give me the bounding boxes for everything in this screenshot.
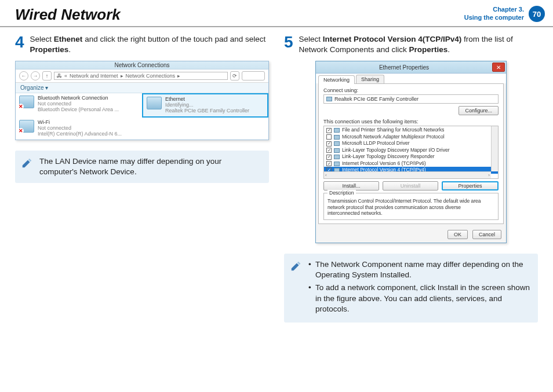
note-text: The LAN Device name may differ depending… <box>39 156 261 177</box>
component-icon <box>334 148 340 153</box>
breadcrumb-part[interactable]: Network Connections <box>126 73 176 79</box>
step-5: 5 Select Internet Protocol Version 4(TCP… <box>284 34 538 55</box>
nc-item-wifi[interactable]: Wi-Fi Not connected Intel(R) Centrino(R)… <box>16 118 142 140</box>
breadcrumb-part[interactable]: Network and Internet <box>70 73 118 79</box>
nc-item-device: Intel(R) Centrino(R) Advanced-N 6... <box>38 131 122 137</box>
note-box-left: The LAN Device name may differ depending… <box>15 151 269 183</box>
ep-titlebar: Ethernet Properties ✕ <box>316 61 506 74</box>
checkbox[interactable]: ✓ <box>326 155 332 160</box>
left-column: 4 Select Ethenet and click the right but… <box>15 34 269 323</box>
nc-body: Bluetooth Network Connection Not connect… <box>16 93 268 118</box>
search-button[interactable] <box>242 71 265 80</box>
page-title: Wired Network <box>15 6 121 24</box>
network-adapter-icon <box>147 97 162 109</box>
component-row[interactable]: ✓Link-Layer Topology Discovery Responder <box>324 153 498 160</box>
page-number-badge: 70 <box>529 6 545 22</box>
note-content: The Network Component name may differ de… <box>308 259 530 317</box>
dialog-title: Ethernet Properties <box>316 64 492 71</box>
nc-nav: ← → ↑ 🖧 « Network and Internet ▸ Network… <box>16 69 268 83</box>
checkbox[interactable]: ✓ <box>326 161 332 166</box>
nc-item-device: Realtek PCIe GBE Family Controller <box>165 108 249 114</box>
adapter-name: Realtek PCIe GBE Family Controller <box>334 96 419 102</box>
note-item: To add a network component, click Instal… <box>308 283 530 314</box>
breadcrumb-sep: « <box>64 73 67 79</box>
tab-networking[interactable]: Networking <box>318 75 355 84</box>
tab-sharing[interactable]: Sharing <box>356 75 384 83</box>
component-label: Microsoft LLDP Protocol Driver <box>342 140 410 146</box>
organize-menu[interactable]: Organize ▾ <box>20 85 48 91</box>
component-row[interactable]: ✓Link-Layer Topology Discovery Mapper I/… <box>324 147 498 153</box>
step-4: 4 Select Ethenet and click the right but… <box>15 34 269 55</box>
component-row[interactable]: ✓Microsoft LLDP Protocol Driver <box>324 140 498 146</box>
adapter-field: Realtek PCIe GBE Family Controller <box>323 94 499 104</box>
forward-button[interactable]: → <box>31 71 40 80</box>
uninstall-button[interactable]: Uninstall <box>383 181 438 190</box>
checkbox[interactable]: ✓ <box>326 128 332 133</box>
items-label: This connection uses the following items… <box>323 119 499 124</box>
component-row[interactable]: Microsoft Network Adapter Multiplexor Pr… <box>324 134 498 140</box>
network-adapter-icon <box>19 120 34 133</box>
component-icon <box>334 141 340 146</box>
description-text: Transmission Control Protocol/Internet P… <box>328 198 494 216</box>
component-row[interactable]: ✓Internet Protocol Version 6 (TCP/IPv6) <box>324 160 498 167</box>
nc-item-bluetooth[interactable]: Bluetooth Network Connection Not connect… <box>16 93 142 118</box>
cancel-button[interactable]: Cancel <box>472 230 501 239</box>
nc-toolbar: Organize ▾ <box>16 83 268 93</box>
pencil-note-icon <box>290 259 303 272</box>
chapter-line-2: Using the computer <box>464 14 524 22</box>
up-button[interactable]: ↑ <box>42 71 52 80</box>
network-connections-window: Network Connections ← → ↑ 🖧 « Network an… <box>15 61 269 140</box>
note-box-right: The Network Component name may differ de… <box>284 254 538 323</box>
step-number: 4 <box>15 34 24 55</box>
connect-using-label: Connect using: <box>323 87 499 93</box>
note-item: The Network Component name may differ de… <box>308 259 530 280</box>
nc-item-device: Bluetooth Device (Personal Area ... <box>38 107 119 113</box>
ok-button[interactable]: OK <box>448 230 468 239</box>
horizontal-scrollbar[interactable]: ‹› <box>324 171 491 178</box>
breadcrumb-icon: 🖧 <box>57 73 62 79</box>
adapter-icon <box>326 97 332 101</box>
ep-panel: Connect using: Realtek PCIe GBE Family C… <box>318 83 504 224</box>
components-list[interactable]: ✓File and Printer Sharing for Microsoft … <box>323 126 499 179</box>
right-column: 5 Select Internet Protocol Version 4(TCP… <box>284 34 538 323</box>
component-label: File and Printer Sharing for Microsoft N… <box>342 127 444 133</box>
component-label: Internet Protocol Version 6 (TCP/IPv6) <box>342 160 426 167</box>
step-number: 5 <box>284 34 293 55</box>
step-text: Select Ethenet and click the right butto… <box>30 34 269 55</box>
checkbox[interactable]: ✓ <box>326 141 332 146</box>
chapter-line-1: Chapter 3. <box>464 6 524 14</box>
component-icon <box>334 135 340 140</box>
back-button[interactable]: ← <box>19 71 28 80</box>
checkbox[interactable] <box>326 134 332 140</box>
network-adapter-icon <box>19 96 34 108</box>
nc-item-ethernet[interactable]: Ethernet Identifying... Realtek PCIe GBE… <box>142 93 268 118</box>
nc-titlebar: Network Connections <box>16 61 268 69</box>
ep-tabs: Networking Sharing <box>316 74 506 83</box>
vertical-scrollbar[interactable] <box>491 126 498 171</box>
step-text: Select Internet Protocol Version 4(TCP/I… <box>299 34 538 55</box>
refresh-button[interactable]: ⟳ <box>230 71 239 80</box>
breadcrumb-sep: ▸ <box>121 73 123 79</box>
description-legend: Description <box>328 190 356 196</box>
properties-button[interactable]: Properties <box>442 181 499 190</box>
component-label: Link-Layer Topology Discovery Mapper I/O… <box>342 147 450 153</box>
install-button[interactable]: Install... <box>323 181 379 190</box>
nc-body-row2: Wi-Fi Not connected Intel(R) Centrino(R)… <box>16 118 268 140</box>
breadcrumb-sep: ▸ <box>177 73 180 79</box>
configure-button[interactable]: Configure... <box>459 106 499 115</box>
component-icon <box>334 155 340 159</box>
component-label: Link-Layer Topology Discovery Responder <box>342 153 435 160</box>
address-bar[interactable]: 🖧 « Network and Internet ▸ Network Conne… <box>54 72 228 80</box>
checkbox[interactable]: ✓ <box>326 148 332 153</box>
page-header: Wired Network Chapter 3. Using the compu… <box>0 0 553 27</box>
component-label: Microsoft Network Adapter Multiplexor Pr… <box>342 134 445 140</box>
component-icon <box>334 128 340 133</box>
description-group: Description Transmission Control Protoco… <box>323 193 499 220</box>
component-icon <box>334 162 340 166</box>
pencil-note-icon <box>21 156 34 169</box>
component-row[interactable]: ✓File and Printer Sharing for Microsoft … <box>324 127 498 133</box>
chapter-block: Chapter 3. Using the computer <box>464 6 524 22</box>
header-right: Chapter 3. Using the computer 70 <box>464 6 545 22</box>
close-icon[interactable]: ✕ <box>492 63 505 72</box>
ethernet-properties-dialog: Ethernet Properties ✕ Networking Sharing… <box>315 61 507 243</box>
